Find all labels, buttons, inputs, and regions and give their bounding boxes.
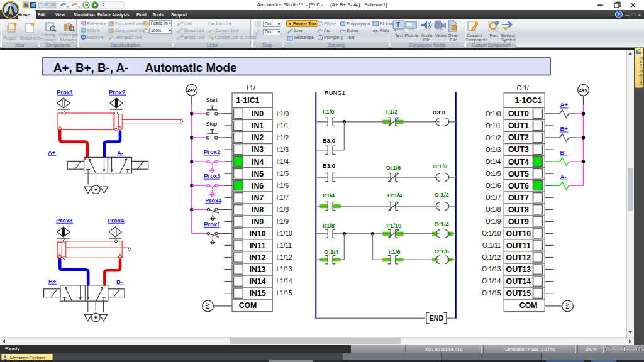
svg-text:IN11: IN11 bbox=[250, 241, 265, 250]
svg-text:I:1/4: I:1/4 bbox=[277, 158, 289, 165]
svg-text:B+: B+ bbox=[48, 278, 57, 285]
svg-text:A+, B+, B-, A- Automatic M: A+, B+, B-, A- Automatic Mode bbox=[53, 61, 236, 74]
svg-text:T: T bbox=[340, 35, 344, 40]
svg-text:A-: A- bbox=[560, 173, 566, 180]
svg-text:I:1/14: I:1/14 bbox=[277, 278, 292, 285]
svg-text:I:1/0: I:1/0 bbox=[277, 111, 289, 118]
svg-text:O:1/: O:1/ bbox=[517, 85, 529, 92]
svg-text:O:1/6: O:1/6 bbox=[486, 182, 501, 189]
svg-text:B3:0: B3:0 bbox=[433, 109, 445, 116]
svg-text:?: ? bbox=[618, 12, 621, 18]
svg-text:OUT14: OUT14 bbox=[506, 277, 531, 286]
svg-text:Prox3: Prox3 bbox=[204, 172, 220, 179]
svg-text:24V: 24V bbox=[579, 87, 587, 93]
svg-text:IN13: IN13 bbox=[250, 265, 266, 274]
svg-text:B3:0: B3:0 bbox=[323, 162, 335, 169]
svg-text:I:1/7: I:1/7 bbox=[277, 194, 289, 201]
svg-text:Start: Start bbox=[206, 97, 218, 103]
svg-text:✕: ✕ bbox=[638, 13, 641, 17]
svg-text:B+: B+ bbox=[560, 125, 568, 132]
svg-text:O:1/4: O:1/4 bbox=[434, 221, 449, 228]
svg-text:OUT3: OUT3 bbox=[508, 145, 529, 154]
svg-text:O:1/0: O:1/0 bbox=[433, 163, 447, 170]
svg-text:0V: 0V bbox=[205, 303, 211, 309]
svg-text:B-: B- bbox=[116, 278, 123, 285]
svg-text:O:1/10: O:1/10 bbox=[482, 230, 501, 237]
svg-text:A+: A+ bbox=[48, 149, 56, 156]
svg-text:O:1/14: O:1/14 bbox=[482, 278, 501, 285]
svg-text:I:1/: I:1/ bbox=[247, 85, 255, 92]
svg-text:O:1/6: O:1/6 bbox=[386, 164, 401, 171]
svg-text:O:1/0: O:1/0 bbox=[486, 111, 501, 118]
svg-text:O:1/5: O:1/5 bbox=[486, 170, 501, 177]
svg-text:I:1/6: I:1/6 bbox=[389, 248, 401, 255]
svg-text:O:1/2: O:1/2 bbox=[486, 134, 501, 141]
svg-text:OUT13: OUT13 bbox=[506, 265, 531, 274]
svg-text:24V: 24V bbox=[187, 87, 196, 93]
svg-text:O:1/11: O:1/11 bbox=[482, 242, 501, 249]
svg-text:A-: A- bbox=[117, 150, 123, 156]
svg-text:A+: A+ bbox=[560, 101, 568, 108]
svg-text:COM: COM bbox=[239, 301, 257, 310]
svg-text:O:1/4: O:1/4 bbox=[324, 248, 339, 255]
svg-text:B-: B- bbox=[560, 149, 566, 156]
svg-text:IN8: IN8 bbox=[252, 206, 264, 214]
svg-text:COM: COM bbox=[519, 301, 538, 310]
svg-text:T: T bbox=[396, 21, 400, 28]
svg-text:Stop: Stop bbox=[206, 121, 218, 127]
svg-text:OUT6: OUT6 bbox=[508, 182, 529, 190]
svg-text:OUT9: OUT9 bbox=[508, 217, 529, 226]
svg-text:IN3: IN3 bbox=[252, 145, 264, 154]
svg-text:O:1/4: O:1/4 bbox=[486, 158, 501, 165]
svg-text:OUT15: OUT15 bbox=[506, 289, 531, 298]
svg-text:I:1/9: I:1/9 bbox=[277, 218, 289, 225]
svg-text:O:1/13: O:1/13 bbox=[482, 266, 501, 273]
svg-text:I:1/4: I:1/4 bbox=[323, 192, 335, 199]
svg-text:O:1/4: O:1/4 bbox=[387, 192, 402, 199]
svg-text:IN4: IN4 bbox=[252, 158, 264, 167]
svg-text:B3:0: B3:0 bbox=[323, 137, 335, 144]
svg-text:IN15: IN15 bbox=[250, 289, 266, 298]
svg-text:<>: <> bbox=[372, 28, 379, 33]
svg-text:END: END bbox=[430, 314, 444, 322]
svg-text:O:1/12: O:1/12 bbox=[482, 254, 501, 261]
svg-text:IN0: IN0 bbox=[252, 109, 264, 118]
svg-text:O:1/15: O:1/15 bbox=[482, 290, 501, 297]
svg-text:I:1/13: I:1/13 bbox=[277, 266, 292, 273]
svg-text:O:1/8: O:1/8 bbox=[486, 206, 501, 213]
svg-text:I:1/15: I:1/15 bbox=[277, 290, 292, 297]
svg-text:I:1/1: I:1/1 bbox=[277, 123, 289, 129]
svg-text:Prox4: Prox4 bbox=[205, 197, 222, 204]
svg-text:I:1/0: I:1/0 bbox=[323, 108, 335, 115]
svg-text:Prox4: Prox4 bbox=[108, 217, 125, 224]
svg-text:OUT1: OUT1 bbox=[508, 121, 529, 130]
svg-text:RUNG1: RUNG1 bbox=[325, 89, 345, 96]
svg-text:I:1/10: I:1/10 bbox=[386, 222, 401, 229]
svg-text:I:1/5: I:1/5 bbox=[277, 170, 289, 177]
svg-text:OUT7: OUT7 bbox=[508, 194, 529, 202]
svg-text:I:1/2: I:1/2 bbox=[386, 108, 398, 115]
svg-text:OUT2: OUT2 bbox=[508, 133, 529, 142]
svg-text:IN14: IN14 bbox=[250, 277, 266, 286]
svg-text:IN2: IN2 bbox=[252, 133, 264, 142]
svg-text:Prox1: Prox1 bbox=[57, 89, 74, 96]
svg-text:Prox1: Prox1 bbox=[204, 221, 221, 228]
svg-text:OUT11: OUT11 bbox=[506, 241, 531, 250]
svg-text:I:1/3: I:1/3 bbox=[277, 146, 289, 153]
svg-text:OUT4: OUT4 bbox=[508, 158, 529, 167]
svg-text:IN6: IN6 bbox=[252, 182, 264, 190]
svg-text:O:1/1: O:1/1 bbox=[486, 123, 501, 129]
svg-text:IN12: IN12 bbox=[250, 253, 266, 262]
svg-text:OUT12: OUT12 bbox=[506, 253, 531, 262]
svg-text:O:1/2: O:1/2 bbox=[434, 191, 448, 198]
svg-text:Prox2: Prox2 bbox=[109, 89, 125, 96]
svg-text:1-1IC1: 1-1IC1 bbox=[236, 96, 260, 105]
svg-text:I:1/2: I:1/2 bbox=[277, 134, 289, 141]
svg-text:IN5: IN5 bbox=[252, 170, 264, 178]
svg-text:I:1/10: I:1/10 bbox=[277, 230, 292, 237]
svg-text:O:1/7: O:1/7 bbox=[486, 194, 501, 201]
svg-text:—: — bbox=[625, 13, 630, 17]
svg-text:O:1/6: O:1/6 bbox=[434, 248, 448, 255]
svg-text:OUT5: OUT5 bbox=[508, 170, 529, 178]
svg-text:I:1/8: I:1/8 bbox=[323, 222, 335, 229]
